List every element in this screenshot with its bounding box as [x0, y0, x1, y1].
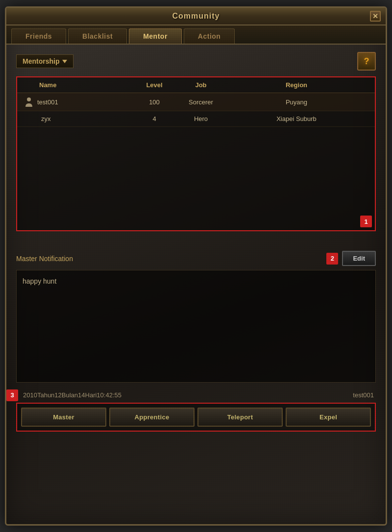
divider — [16, 241, 376, 251]
badge-2: 2 — [326, 253, 338, 265]
content-area: Mentorship ? Name Level Job Region — [6, 45, 386, 439]
mentorship-header-row: Mentorship ? — [16, 52, 376, 71]
community-window: Community ✕ Friends Blacklist Mentor Act… — [5, 6, 387, 526]
author-text: test001 — [353, 391, 374, 399]
table-row[interactable]: test001 100 Sorcerer Puyang — [17, 93, 375, 111]
mentorship-dropdown-label: Mentorship — [23, 57, 59, 65]
help-button[interactable]: ? — [357, 52, 376, 71]
badge-1: 1 — [360, 216, 372, 227]
action-buttons-bar: Master Apprentice Teleport Expel — [16, 403, 376, 432]
cell-job-1: Hero — [176, 115, 225, 122]
mentorship-dropdown[interactable]: Mentorship — [16, 54, 74, 68]
notification-text-box: happy hunt — [16, 270, 376, 383]
col-job-header: Job — [176, 81, 225, 89]
tab-bar: Friends Blacklist Mentor Action — [6, 25, 386, 45]
master-button[interactable]: Master — [21, 408, 106, 427]
cell-name-1: zyx — [24, 115, 132, 122]
table-body: test001 100 Sorcerer Puyang zyx 4 Hero X… — [17, 93, 375, 230]
cell-name-0: test001 — [24, 97, 132, 107]
badge-3: 3 — [6, 389, 18, 401]
player-icon — [24, 97, 33, 107]
mentorship-table-container: Name Level Job Region test001 — [16, 76, 376, 231]
tab-friends[interactable]: Friends — [11, 28, 66, 44]
notification-label: Master Notification — [16, 255, 73, 263]
timestamp-row: 3 2010Tahun12Bulan14Hari10:42:55 test001 — [16, 387, 376, 403]
tab-blacklist[interactable]: Blacklist — [68, 28, 127, 44]
apprentice-button[interactable]: Apprentice — [109, 408, 195, 427]
table-header: Name Level Job Region — [17, 77, 375, 93]
title-bar: Community ✕ — [6, 8, 386, 25]
cell-level-1: 4 — [132, 115, 176, 122]
dropdown-arrow-icon — [62, 60, 67, 63]
col-region-header: Region — [225, 81, 368, 89]
cell-region-1: Xiapei Suburb — [225, 115, 368, 122]
notification-text: happy hunt — [23, 277, 56, 285]
cell-job-0: Sorcerer — [176, 98, 225, 106]
col-level-header: Level — [132, 81, 176, 89]
close-button[interactable]: ✕ — [370, 11, 381, 22]
cell-region-0: Puyang — [225, 98, 368, 106]
notification-section: Master Notification 2 Edit happy hunt — [16, 251, 376, 383]
timestamp-text: 2010Tahun12Bulan14Hari10:42:55 — [18, 391, 122, 399]
teleport-button[interactable]: Teleport — [197, 408, 283, 427]
window-title: Community — [172, 12, 220, 20]
col-name-header: Name — [24, 81, 132, 89]
tab-action[interactable]: Action — [184, 28, 235, 44]
notification-header-right: 2 Edit — [326, 251, 376, 266]
notification-header: Master Notification 2 Edit — [16, 251, 376, 266]
cell-level-0: 100 — [132, 98, 176, 106]
expel-button[interactable]: Expel — [286, 408, 371, 427]
svg-point-0 — [27, 97, 31, 101]
tab-mentor[interactable]: Mentor — [129, 28, 182, 44]
table-row[interactable]: zyx 4 Hero Xiapei Suburb — [17, 111, 375, 127]
edit-button[interactable]: Edit — [342, 251, 376, 266]
